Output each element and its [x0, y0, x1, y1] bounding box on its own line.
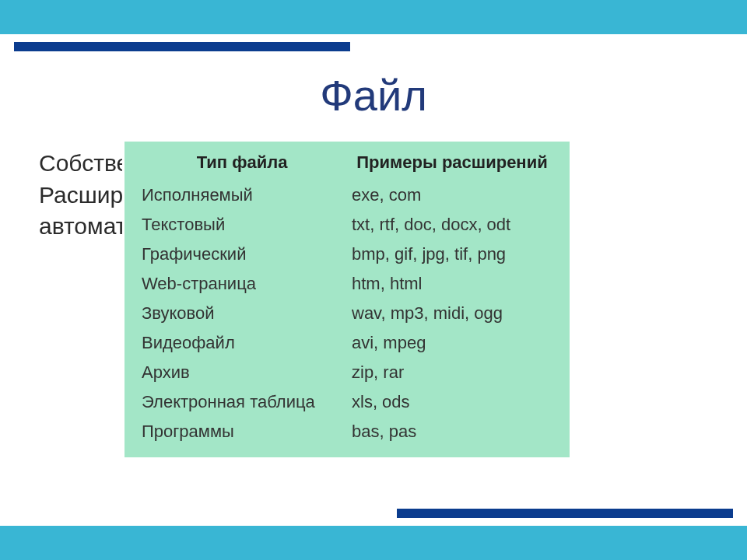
cell-ext: bmp, gif, jpg, tif, png: [347, 240, 557, 269]
cell-type: Архив: [137, 358, 347, 387]
table-row: Архив zip, rar: [137, 358, 557, 387]
cell-ext: txt, rtf, doc, docx, odt: [347, 210, 557, 240]
cell-ext: htm, html: [347, 269, 557, 299]
cell-type: Видеофайл: [137, 328, 347, 358]
table-header-row: Тип файла Примеры расширений: [137, 149, 557, 180]
table-row: Электронная таблица xls, ods: [137, 387, 557, 417]
header-type: Тип файла: [137, 149, 347, 180]
cell-type: Звуковой: [137, 299, 347, 328]
cell-type: Графический: [137, 240, 347, 269]
table-row: Исполняемый exe, com: [137, 180, 557, 210]
cell-ext: zip, rar: [347, 358, 557, 387]
cell-ext: xls, ods: [347, 387, 557, 417]
table-row: Программы bas, pas: [137, 417, 557, 446]
cell-ext: exe, com: [347, 180, 557, 210]
slide-title: Файл: [0, 70, 747, 121]
table-row: Звуковой wav, mp3, midi, ogg: [137, 299, 557, 328]
table-row: Web-страница htm, html: [137, 269, 557, 299]
bottom-accent-bar: [0, 526, 747, 560]
cell-ext: bas, pas: [347, 417, 557, 446]
table: Тип файла Примеры расширений Исполняемый…: [137, 149, 557, 446]
cell-type: Электронная таблица: [137, 387, 347, 417]
table-row: Текстовый txt, rtf, doc, docx, odt: [137, 210, 557, 240]
cell-ext: wav, mp3, midi, ogg: [347, 299, 557, 328]
bottom-overline: [397, 509, 733, 518]
top-underline: [14, 42, 350, 51]
cell-type: Исполняемый: [137, 180, 347, 210]
file-types-table: Тип файла Примеры расширений Исполняемый…: [124, 142, 570, 457]
cell-type: Текстовый: [137, 210, 347, 240]
header-ext: Примеры расширений: [347, 149, 557, 180]
cell-type: Web-страница: [137, 269, 347, 299]
cell-ext: avi, mpeg: [347, 328, 557, 358]
table-row: Видеофайл avi, mpeg: [137, 328, 557, 358]
top-accent-bar: [0, 0, 747, 34]
table-row: Графический bmp, gif, jpg, tif, png: [137, 240, 557, 269]
slide: Файл Собственно имя файлу даёт пользоват…: [0, 0, 747, 560]
cell-type: Программы: [137, 417, 347, 446]
